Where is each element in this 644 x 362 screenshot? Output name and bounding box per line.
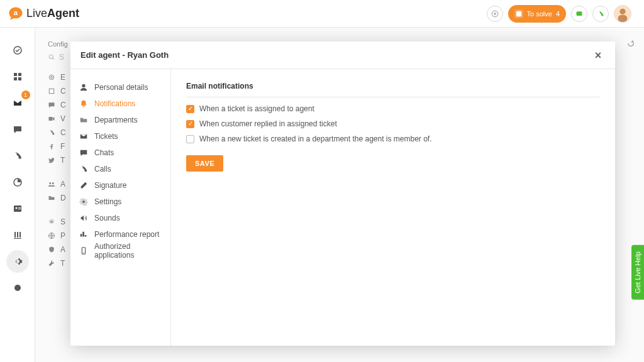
option-label: When a ticket is assigned to agent [199, 104, 314, 113]
modal-header: Edit agent - Ryan Goth × [70, 41, 615, 69]
modal-title: Edit agent - Ryan Goth [80, 50, 169, 60]
checkbox[interactable] [186, 135, 194, 143]
sidenav-label: Calls [94, 165, 111, 173]
modal-content: Email notifications When a ticket is ass… [171, 69, 615, 346]
rail-settings[interactable] [6, 250, 29, 273]
close-icon[interactable]: × [591, 48, 605, 62]
section-title: Email notifications [186, 82, 600, 97]
svg-point-23 [49, 182, 51, 184]
svg-rect-22 [49, 117, 53, 121]
add-button[interactable] [487, 6, 503, 22]
option-label: When a new ticket is created in a depart… [199, 134, 432, 143]
sidenav-chats[interactable]: Chats [70, 145, 170, 161]
rail-reports[interactable] [6, 171, 29, 194]
notification-option[interactable]: When a new ticket is created in a depart… [186, 131, 600, 146]
notification-option[interactable]: When a ticket is assigned to agent [186, 101, 600, 116]
sidenav-signature[interactable]: Signature [70, 177, 170, 194]
logo-text-live: Live [26, 7, 47, 19]
left-rail: 1 [0, 28, 35, 362]
sidenav-sounds[interactable]: Sounds [70, 210, 170, 226]
rail-calls[interactable] [6, 145, 29, 167]
rail-extensions[interactable] [6, 277, 29, 299]
call-indicator[interactable] [592, 6, 609, 22]
get-live-help-tab[interactable]: Get Live Help [631, 245, 644, 300]
svg-point-14 [15, 207, 17, 209]
top-actions: To solve 4 [487, 5, 631, 23]
sidenav-label: Performance report [94, 230, 159, 239]
svg-rect-9 [18, 73, 21, 76]
edit-agent-modal: Edit agent - Ryan Goth × Personal detail… [70, 41, 615, 346]
svg-rect-2 [516, 11, 521, 16]
svg-rect-3 [577, 11, 582, 16]
svg-rect-10 [14, 77, 17, 80]
rail-contacts[interactable] [6, 197, 29, 220]
option-label: When customer replied in assigned ticket [199, 119, 337, 128]
svg-point-31 [83, 253, 84, 253]
svg-rect-15 [18, 207, 21, 208]
svg-rect-16 [18, 209, 21, 209]
sidenav-settings[interactable]: Settings [70, 194, 170, 210]
rail-apps[interactable] [6, 65, 29, 88]
svg-point-18 [49, 55, 53, 58]
sidenav-label: Departments [94, 116, 138, 124]
sidenav-performance[interactable]: Performance report [70, 226, 170, 243]
to-solve-icon [514, 9, 523, 18]
to-solve-label: To solve [527, 10, 552, 18]
to-solve-count: 4 [556, 10, 560, 18]
sidenav-authorized[interactable]: Authorized applications [70, 243, 170, 259]
save-button[interactable]: SAVE [186, 155, 223, 172]
rail-messages[interactable]: 1 [6, 92, 29, 114]
sidenav-label: Authorized applications [94, 242, 162, 260]
to-solve-button[interactable]: To solve 4 [508, 5, 566, 23]
topbar: a LiveAgent To solve 4 [0, 0, 644, 28]
notification-option[interactable]: When customer replied in assigned ticket [186, 116, 600, 131]
svg-point-27 [82, 84, 85, 87]
rail-chat[interactable] [6, 118, 29, 141]
logo-text-agent: Agent [47, 7, 79, 19]
sidenav-personal[interactable]: Personal details [70, 79, 170, 96]
svg-rect-6 [618, 14, 628, 21]
logo[interactable]: a LiveAgent [8, 6, 79, 22]
modal-sidenav: Personal detailsNotificationsDepartments… [70, 69, 171, 346]
sidenav-label: Notifications [94, 99, 135, 108]
svg-rect-21 [49, 89, 54, 94]
chat-indicator[interactable] [571, 6, 587, 22]
svg-rect-8 [14, 73, 17, 76]
rail-dashboard[interactable] [6, 39, 29, 62]
rail-messages-badge: 1 [21, 90, 30, 99]
sidenav-calls[interactable]: Calls [70, 161, 170, 177]
checkbox[interactable] [186, 105, 194, 113]
sidenav-tickets[interactable]: Tickets [70, 128, 170, 145]
sidenav-label: Settings [94, 197, 121, 206]
svg-point-20 [51, 77, 53, 79]
rail-kb[interactable] [6, 224, 29, 246]
checkbox[interactable] [186, 120, 194, 128]
sidenav-departments[interactable]: Departments [70, 112, 170, 128]
svg-point-17 [14, 285, 21, 291]
sidenav-label: Personal details [94, 83, 148, 92]
sidenav-label: Sounds [94, 214, 120, 222]
sidenav-notifications[interactable]: Notifications [70, 96, 170, 112]
sidenav-label: Tickets [94, 132, 118, 141]
svg-point-24 [52, 182, 54, 184]
sidenav-label: Chats [94, 148, 114, 157]
svg-text:a: a [14, 9, 18, 16]
svg-point-19 [49, 75, 54, 80]
svg-point-5 [619, 8, 625, 14]
sidenav-label: Signature [94, 181, 126, 190]
user-avatar[interactable] [614, 5, 631, 23]
svg-rect-11 [18, 77, 21, 80]
refresh-icon[interactable] [626, 39, 635, 50]
config-search-placeholder: S [59, 53, 64, 62]
